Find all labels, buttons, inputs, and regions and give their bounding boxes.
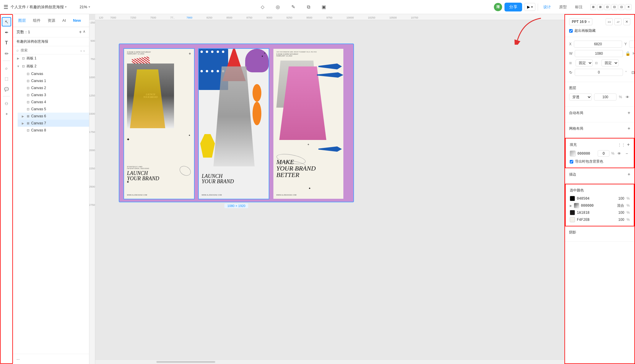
fill-opacity-input[interactable] <box>598 150 609 157</box>
horizontal-scrollbar[interactable] <box>95 359 564 364</box>
share-button[interactable]: 分享 <box>504 3 522 11</box>
layout-icon-1[interactable]: ⊞ <box>590 4 596 10</box>
play-button[interactable]: ▶ ▾ <box>524 3 535 11</box>
layout-icon-2[interactable]: ⊞ <box>597 4 603 10</box>
frame-panel-button[interactable]: ⬚ <box>2 74 11 83</box>
collapse-pages-button[interactable]: ∧ <box>83 29 86 35</box>
canvas-area[interactable]: 120 7000 7250 7500 77.. 7900 8250 8500 8… <box>89 14 564 364</box>
layer-item[interactable]: ⊡ Canvas 5 <box>18 106 89 113</box>
layer-item[interactable]: ⊡ Canvas 8 <box>18 127 89 134</box>
color-swatch[interactable] <box>570 217 575 222</box>
tab-components[interactable]: 组件 <box>30 16 44 25</box>
collapse-icon[interactable]: ▶ <box>570 204 572 207</box>
rotation-input[interactable] <box>575 69 623 76</box>
include-bg-input[interactable] <box>570 160 573 163</box>
layer-item[interactable]: ▼ ⊡ 画板 2 <box>13 62 89 70</box>
canvas-size-selector[interactable]: PPT 16:9 ▾ <box>569 18 592 25</box>
canvas-icon: ⊡ <box>26 100 30 104</box>
tab-design[interactable]: 设计 <box>540 3 554 11</box>
opacity-input[interactable] <box>594 93 617 101</box>
expand-arrow-icon: ▶ <box>21 122 25 125</box>
tab-prototype[interactable]: 原型 <box>556 3 570 11</box>
lock-proportions-icon[interactable]: 🔒 <box>625 51 630 56</box>
stroke-title: 描边 + <box>569 172 630 177</box>
add-grid-layout-button[interactable]: + <box>628 126 630 131</box>
y-input[interactable] <box>629 41 635 48</box>
tab-ai[interactable]: AI <box>59 16 69 24</box>
fill-percent: % <box>611 151 614 156</box>
tab-mark[interactable]: 标注 <box>572 3 586 11</box>
include-bg-checkbox[interactable]: 导出时包含背景色 <box>570 159 630 164</box>
w-input[interactable] <box>575 50 623 57</box>
plugin-button[interactable]: ⚇ <box>2 99 11 108</box>
page-name: 有趣的涂鸦创意海报 <box>13 37 89 46</box>
menu-icon[interactable]: ☰ <box>4 4 8 10</box>
text-tool-button[interactable]: T <box>2 38 11 48</box>
color-swatch[interactable] <box>570 210 575 215</box>
add-auto-layout-button[interactable]: + <box>628 110 630 116</box>
zoom-search-button[interactable]: ⌖ <box>2 109 11 119</box>
canvas-portrait-button[interactable]: ▭ <box>606 18 613 25</box>
fill-reorder-icon[interactable]: ⋮⋮ <box>618 143 625 147</box>
layer-item[interactable]: ⊡ Canvas 4 <box>18 98 89 106</box>
more-icon[interactable]: ··· <box>16 357 20 361</box>
layer-item[interactable]: ⊡ Canvas 1 <box>18 77 89 84</box>
comment-button[interactable]: 💬 <box>2 84 11 94</box>
canvas-landscape-button[interactable]: ▱ <box>614 18 621 25</box>
layout-icon-3[interactable]: ⊡ <box>604 4 610 10</box>
constraint-h-select[interactable]: 固定 <box>601 59 619 66</box>
layer-item[interactable]: ▶ ⊡ 画板 1 <box>13 54 89 62</box>
pen-tool-button[interactable]: ✒ <box>2 28 11 37</box>
clip-overflow-checkbox[interactable]: 超出画板隐藏 <box>569 28 630 33</box>
color-swatch[interactable] <box>570 196 575 201</box>
layer-item[interactable]: ⊡ Canvas 3 <box>18 91 89 98</box>
zoom-control[interactable]: 21% ▾ <box>77 4 93 10</box>
tab-new[interactable]: New <box>70 16 84 24</box>
layer-item-selected[interactable]: ▶ ⊞ Canvas 6 <box>18 113 89 120</box>
layer-item[interactable]: ⊡ Canvas <box>18 70 89 77</box>
color-gradient-swatch[interactable] <box>574 203 579 208</box>
pencil-tool-button[interactable]: ✏ <box>2 49 11 58</box>
clip-overflow-input[interactable] <box>569 29 573 33</box>
ruler-mark: 8250 <box>206 16 212 19</box>
artboard-2[interactable]: 9:00AM-5:00PM SATURDAY FEBRUARY 12,2022 … <box>119 44 354 202</box>
constraints-row: ⊞ 固定 ⊟ 固定 <box>569 59 630 66</box>
x-input[interactable] <box>574 41 622 48</box>
fill-visibility-icon[interactable]: 👁 <box>616 151 622 156</box>
tab-layers[interactable]: 图层 <box>15 16 29 25</box>
ruler-v-mark: 2500 <box>89 185 95 188</box>
poster-card-3[interactable]: 1202 HIGH MEADOW LANE, MOUNT PLEASANT HI… <box>273 49 343 199</box>
layer-item[interactable]: ⊡ Canvas 2 <box>18 84 89 91</box>
copy-tool-icon[interactable]: ⧉ <box>304 2 313 12</box>
layout-icon-6[interactable]: ✕ <box>626 4 631 10</box>
main-area: ↖ ✒ T ✏ ⌕ ⬚ 💬 ⚇ ⌖ 图层 组件 资源 AI New <box>0 14 635 364</box>
y-label: Y <box>624 42 627 46</box>
diamond-tool-icon[interactable]: ◇ <box>258 2 267 12</box>
frame-tool-icon[interactable]: ▣ <box>319 2 328 12</box>
layout-icon-4[interactable]: ⊡ <box>611 4 617 10</box>
breadcrumb-home[interactable]: 个人文件 <box>11 4 26 10</box>
add-stroke-button[interactable]: + <box>628 172 630 177</box>
layer-item-selected2[interactable]: ▶ ⊞ Canvas 7 <box>18 120 89 127</box>
edit-tool-icon[interactable]: ✎ <box>288 2 298 12</box>
tab-assets[interactable]: 资源 <box>45 16 58 25</box>
poster-card-1[interactable]: 9:00AM-5:00PM SATURDAY FEBRUARY 12,2022 … <box>124 49 194 199</box>
search-input[interactable] <box>21 48 78 52</box>
poster-card-2[interactable]: LAUNCHYOUR BRAND WWW.ALZDESIGNZ.COM + ✦ <box>199 49 269 199</box>
add-fill-button[interactable]: + <box>627 142 630 147</box>
breadcrumb-project[interactable]: 有趣的涂鸦创意海报 ▾ <box>29 4 67 10</box>
layout-icon-5[interactable]: ⊡ <box>619 4 624 10</box>
select-tool-button[interactable]: ↖ <box>2 17 11 26</box>
blend-mode-select[interactable]: 穿透 <box>569 93 592 101</box>
ruler-v-mark: 1250 <box>89 94 95 97</box>
layer-visibility-icon[interactable]: 👁 <box>624 94 630 100</box>
search-expand-icon[interactable]: ⌄⌄ <box>80 48 86 52</box>
add-page-button[interactable]: + <box>79 29 82 35</box>
fill-swatch[interactable] <box>570 151 576 156</box>
canvas-close-button[interactable]: ✕ <box>623 18 630 25</box>
circle-tool-icon[interactable]: ◎ <box>273 2 283 12</box>
remove-fill-button[interactable]: − <box>624 151 630 156</box>
canvas-viewport[interactable]: 9:00AM-5:00PM SATURDAY FEBRUARY 12,2022 … <box>95 20 564 358</box>
search-tool-button[interactable]: ⌕ <box>2 63 11 73</box>
constraint-w-select[interactable]: 固定 <box>576 59 593 66</box>
